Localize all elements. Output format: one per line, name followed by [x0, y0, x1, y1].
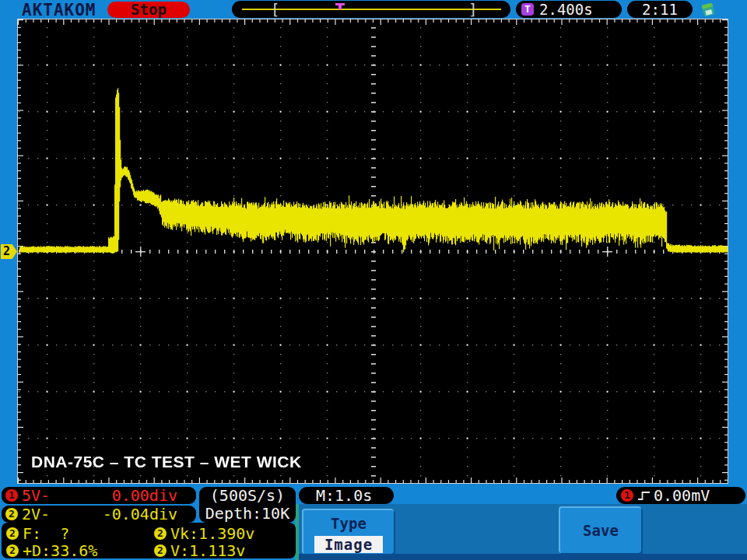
softkey-save-button[interactable]: Save	[559, 506, 641, 553]
trigger-source-badge: 1	[621, 489, 633, 502]
trigger-level-badge: 1 0.00mV	[616, 487, 745, 504]
clock-badge: 2:11	[627, 1, 693, 18]
run-state-indicator[interactable]: Stop	[107, 2, 190, 18]
memory-depth: Depth:10K	[199, 505, 296, 523]
measurement-value: V:1.113v	[170, 542, 245, 559]
storage-disk-icon	[700, 2, 717, 18]
trigger-level-value: 0.00mV	[654, 487, 710, 504]
timebase-value: M:1.0s	[316, 486, 372, 505]
trigger-time-badge: T 2.400s	[516, 1, 622, 18]
measurement-value: +D:33.6%	[23, 542, 97, 559]
measurement-value: F: ?	[23, 525, 69, 542]
timebase-badge: M:1.0s	[299, 487, 394, 504]
measurements-panel: 2 F: ? 2 Vk:1.390v 2 +D:33.6% 2 V:1.113v	[2, 523, 296, 558]
trigger-marker-icon[interactable]	[335, 3, 345, 5]
ch2-offset: -0.04div	[103, 506, 177, 523]
channel1-badge: 1	[5, 489, 18, 502]
softkey-type-button[interactable]: Type Image	[302, 509, 394, 554]
ch2-status-row: 2 2V- -0.04div	[2, 506, 196, 523]
softkey-type-label: Type	[303, 515, 394, 532]
window-right-bracket-icon: ]	[468, 1, 477, 18]
trigger-marker-stem	[338, 5, 342, 9]
oscilloscope-screen: AKTAKOM Stop [ ] T 2.400s 2:11 DNA-75C –…	[0, 0, 747, 560]
channel2-ground-marker-label: 2	[3, 244, 10, 259]
trigger-position-bar[interactable]: [ ]	[232, 1, 510, 18]
trigger-t-icon: T	[521, 3, 534, 16]
channel2-badge: 2	[5, 508, 18, 520]
menu-bottom-strip	[299, 554, 747, 560]
brand-logo: AKTAKOM	[22, 1, 96, 19]
waveform-canvas	[18, 19, 728, 483]
ch1-offset: 0.00div	[112, 487, 177, 504]
top-bar: AKTAKOM Stop [ ] T 2.400s 2:11	[0, 0, 747, 19]
status-bar: 1 5V- 0.00div 2 2V- -0.04div (500S/s) De…	[0, 484, 747, 560]
sample-rate: (500S/s)	[199, 487, 296, 505]
measurement-channel-badge: 2	[6, 544, 19, 557]
trigger-position-line	[242, 9, 501, 10]
measurement-channel-badge: 2	[6, 527, 19, 540]
measurement-channel-badge: 2	[154, 544, 167, 557]
channel2-ground-marker[interactable]: 2	[1, 244, 17, 259]
graticule: DNA-75C – TC TEST – WET WICK	[17, 19, 728, 484]
measurement-value: Vk:1.390v	[170, 525, 254, 542]
acquisition-info-box: (500S/s) Depth:10K	[199, 487, 296, 523]
ch2-scale: 2V-	[22, 506, 50, 523]
window-left-bracket-icon: [	[271, 1, 279, 18]
ch1-scale: 5V-	[22, 487, 50, 504]
softkey-type-value[interactable]: Image	[314, 536, 383, 553]
trigger-time-value: 2.400s	[539, 1, 593, 18]
annotation-title: DNA-75C – TC TEST – WET WICK	[31, 453, 302, 471]
measurement-channel-badge: 2	[154, 527, 167, 540]
rising-edge-icon	[637, 490, 651, 502]
ch1-status-row: 1 5V- 0.00div	[2, 487, 196, 504]
